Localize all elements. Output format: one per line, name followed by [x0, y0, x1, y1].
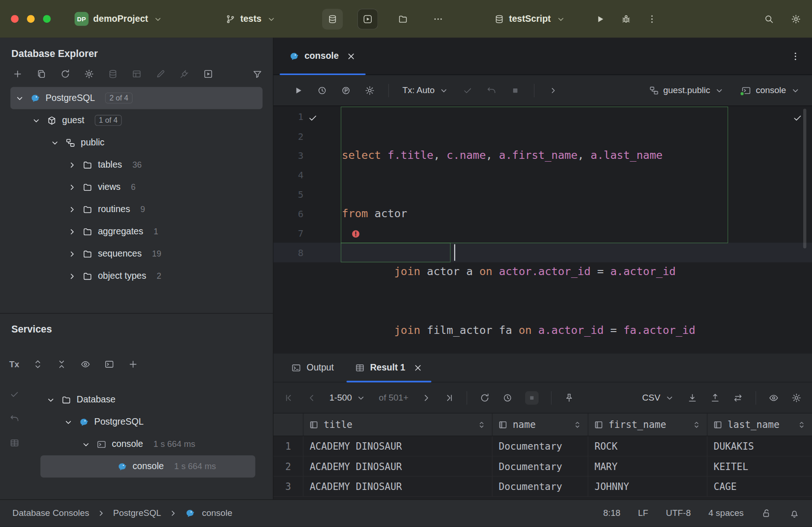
- first-page-button[interactable]: [284, 393, 294, 403]
- more-tool-windows-button[interactable]: [428, 8, 449, 29]
- cell[interactable]: ACADEMY DINOSAUR: [303, 457, 492, 476]
- settings-button[interactable]: [791, 14, 801, 24]
- expand-all-button[interactable]: [33, 359, 43, 369]
- tab-output[interactable]: Output: [283, 353, 342, 382]
- cell[interactable]: ROCK: [588, 436, 707, 456]
- next-page-button[interactable]: [421, 393, 431, 403]
- rollback-icon[interactable]: [9, 414, 19, 424]
- run-widget-button[interactable]: [357, 8, 378, 29]
- page-size-selector[interactable]: 1-500: [330, 393, 367, 403]
- chevron-down-icon[interactable]: [31, 115, 41, 125]
- console-settings-button[interactable]: [365, 85, 375, 95]
- column-header-last-name[interactable]: last_name: [707, 414, 812, 436]
- tree-row-views[interactable]: views 6: [10, 176, 262, 198]
- breadcrumb[interactable]: Database Consoles: [13, 508, 89, 518]
- services-row-console-result[interactable]: console 1 s 664 ms: [40, 455, 255, 477]
- commit-button[interactable]: [463, 85, 473, 95]
- explain-plan-button[interactable]: [341, 85, 351, 95]
- next-statement-icon[interactable]: [548, 85, 558, 95]
- cell[interactable]: KEITEL: [707, 457, 812, 476]
- services-row-console[interactable]: console 1 s 664 ms: [36, 433, 255, 455]
- query-history-button[interactable]: [502, 393, 512, 403]
- table-row[interactable]: 2 ACADEMY DINOSAUR Documentary MARY KEIT…: [273, 457, 812, 477]
- services-row-database[interactable]: Database: [36, 389, 255, 411]
- collapse-all-button[interactable]: [57, 359, 67, 369]
- chevron-right-icon[interactable]: [67, 271, 77, 281]
- chevron-down-icon[interactable]: [14, 93, 25, 103]
- tab-result-1[interactable]: Result 1: [346, 353, 431, 382]
- new-datasource-button[interactable]: [13, 69, 23, 79]
- indent-setting[interactable]: 4 spaces: [708, 508, 743, 518]
- cell[interactable]: DUKAKIS: [707, 436, 812, 456]
- tree-row-guest[interactable]: guest 1 of 4: [10, 109, 262, 132]
- close-tab-icon[interactable]: [412, 363, 423, 373]
- caret-position[interactable]: 8:18: [603, 508, 621, 518]
- database-tool-button[interactable]: [322, 8, 343, 29]
- previous-page-button[interactable]: [306, 393, 317, 403]
- chevron-down-icon[interactable]: [63, 417, 73, 427]
- table-editor-icon[interactable]: [132, 69, 142, 79]
- cell[interactable]: JOHNNY: [588, 477, 707, 496]
- disconnect-icon[interactable]: [179, 69, 190, 79]
- compare-data-button[interactable]: [733, 393, 743, 403]
- services-row-postgresql[interactable]: PostgreSQL: [36, 411, 255, 433]
- run-button[interactable]: [595, 14, 605, 24]
- chevron-down-icon[interactable]: [81, 439, 91, 449]
- vcs-branch-widget[interactable]: tests: [225, 13, 276, 24]
- result-grid-icon[interactable]: [9, 438, 19, 448]
- cell[interactable]: Documentary: [492, 436, 588, 456]
- modify-icon[interactable]: [155, 69, 165, 79]
- sort-icon[interactable]: [476, 420, 487, 430]
- grid-settings-button[interactable]: [791, 393, 801, 403]
- chevron-down-icon[interactable]: [50, 138, 60, 148]
- table-row[interactable]: 1 ACADEMY DINOSAUR Documentary ROCK DUKA…: [273, 436, 812, 457]
- stop-query-button[interactable]: [527, 394, 536, 402]
- import-data-button[interactable]: [710, 393, 720, 403]
- stop-button[interactable]: [510, 85, 520, 95]
- editor-scrollbar[interactable]: [803, 109, 806, 249]
- export-data-button[interactable]: [687, 393, 698, 403]
- close-tab-icon[interactable]: [346, 51, 356, 61]
- tx-toggle[interactable]: Tx: [9, 359, 19, 369]
- refresh-button[interactable]: [60, 69, 70, 79]
- sql-editor[interactable]: 1 2 3 4 5 6 7 8 select f.title, c.name, …: [273, 106, 812, 353]
- project-widget[interactable]: DP demoProject: [75, 12, 163, 26]
- grid-view-options-button[interactable]: [768, 393, 779, 403]
- chevron-right-icon[interactable]: [67, 160, 77, 170]
- dump-icon[interactable]: [108, 69, 118, 79]
- chevron-right-icon[interactable]: [67, 204, 77, 214]
- duplicate-button[interactable]: [36, 69, 46, 79]
- debug-button[interactable]: [621, 14, 631, 24]
- line-separator[interactable]: LF: [638, 508, 648, 518]
- pin-tab-button[interactable]: [564, 393, 574, 403]
- commit-icon[interactable]: [9, 389, 19, 399]
- breadcrumb[interactable]: console: [202, 508, 232, 518]
- filter-button[interactable]: [252, 69, 262, 79]
- tree-row-routines[interactable]: routines 9: [10, 198, 262, 220]
- tree-row-public[interactable]: public: [10, 132, 262, 154]
- tab-options-button[interactable]: [790, 51, 800, 61]
- last-page-button[interactable]: [444, 393, 454, 403]
- breadcrumb[interactable]: PostgreSQL: [113, 508, 161, 518]
- console-selector[interactable]: console: [741, 85, 800, 95]
- chevron-right-icon[interactable]: [67, 182, 77, 192]
- column-header-title[interactable]: title: [303, 414, 492, 436]
- tree-row-aggregates[interactable]: aggregates 1: [10, 220, 262, 243]
- tx-mode-selector[interactable]: Tx: Auto: [402, 85, 449, 95]
- sort-icon[interactable]: [691, 420, 702, 430]
- cell[interactable]: Documentary: [492, 477, 588, 496]
- tab-console[interactable]: console: [279, 38, 366, 75]
- file-encoding[interactable]: UTF-8: [666, 508, 691, 518]
- history-button[interactable]: [317, 85, 327, 95]
- project-files-button[interactable]: [393, 8, 413, 29]
- reload-data-button[interactable]: [479, 393, 489, 403]
- execute-button[interactable]: [293, 85, 303, 95]
- rollback-button[interactable]: [487, 85, 497, 95]
- run-configuration-selector[interactable]: testScript: [494, 13, 566, 24]
- chevron-right-icon[interactable]: [67, 226, 77, 237]
- sort-icon[interactable]: [796, 420, 806, 430]
- search-everywhere-button[interactable]: [764, 14, 774, 24]
- tree-row-object-types[interactable]: object types 2: [10, 265, 262, 287]
- table-row[interactable]: 3 ACADEMY DINOSAUR Documentary JOHNNY CA…: [273, 477, 812, 497]
- add-service-button[interactable]: [128, 359, 138, 369]
